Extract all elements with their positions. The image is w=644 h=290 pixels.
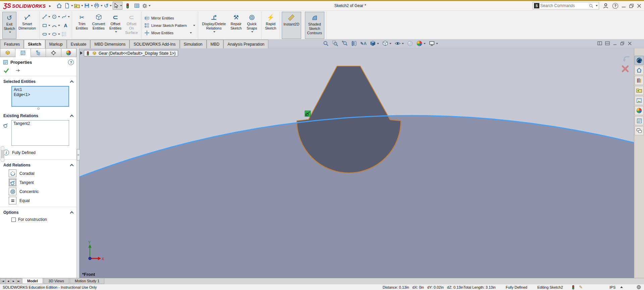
first-tab-nav-button[interactable]: |◀ (0, 278, 5, 284)
options-dropdown-icon[interactable] (149, 5, 151, 6)
restore-button[interactable] (629, 4, 634, 8)
task-scheduler-button[interactable] (132, 2, 141, 10)
search-commands-box[interactable]: S (533, 2, 599, 9)
list-item[interactable]: Arc1 (14, 87, 67, 92)
save-button[interactable] (84, 2, 93, 10)
add-relation-equal[interactable]: Equal (0, 196, 76, 205)
prev-tab-nav-button[interactable]: ◀ (5, 278, 11, 284)
panel-help-icon[interactable]: ? (68, 59, 74, 65)
doc-restore-icon[interactable] (620, 41, 625, 46)
new-document-button[interactable] (64, 2, 73, 10)
last-tab-nav-button[interactable]: ▶| (16, 278, 21, 284)
move-entities-dropdown-icon[interactable] (190, 32, 192, 34)
for-construction-option[interactable]: For construction (0, 216, 76, 223)
threedexperience-button[interactable] (635, 56, 644, 65)
options-section[interactable]: Options (0, 207, 76, 216)
view-orientation-icon[interactable] (370, 40, 379, 47)
ok-check-icon[interactable] (3, 67, 9, 74)
panel-splitter[interactable] (76, 48, 79, 278)
section-view-icon[interactable] (351, 40, 357, 47)
linear-pattern-dropdown-icon[interactable] (193, 25, 195, 26)
collapse-chevron-icon[interactable] (70, 164, 73, 167)
collapse-chevron-icon[interactable] (70, 114, 73, 118)
solidworks-forum-button[interactable] (635, 126, 644, 135)
propertymanager-tab[interactable] (15, 48, 31, 57)
minimize-button[interactable] (622, 4, 626, 8)
existing-relations-listbox[interactable]: Tangent2 (11, 120, 69, 146)
options-gear-button[interactable] (142, 2, 151, 10)
doc-minimize-icon[interactable] (613, 41, 617, 46)
tangent-relation-badge[interactable] (305, 111, 311, 116)
line-dropdown-icon[interactable] (48, 16, 50, 17)
pin-icon[interactable] (15, 67, 21, 74)
close-button[interactable] (637, 4, 641, 8)
featuremanager-tab[interactable] (0, 48, 15, 57)
custom-properties-button[interactable] (635, 116, 644, 125)
slot-dropdown-icon[interactable] (48, 34, 50, 35)
panel-grip-handle[interactable] (1, 146, 4, 162)
configurationmanager-tab[interactable] (31, 48, 46, 57)
units-selector[interactable]: IPS (609, 285, 615, 289)
zoom-to-fit-icon[interactable] (323, 40, 329, 47)
open-button[interactable] (74, 2, 83, 10)
ellipse-tool[interactable] (51, 30, 60, 39)
account-icon[interactable] (602, 2, 609, 9)
home-button[interactable] (55, 2, 63, 10)
view-settings-icon[interactable] (429, 40, 438, 47)
print-button[interactable] (94, 2, 103, 10)
doc-close-icon[interactable] (628, 41, 632, 46)
hide-show-items-icon[interactable] (394, 40, 404, 47)
model-tab[interactable]: Model (22, 278, 43, 284)
select-tool-button[interactable] (113, 2, 122, 10)
add-relation-coradial[interactable]: Coradial (0, 169, 76, 178)
tab-mbd-dimensions[interactable]: MBD Dimensions (90, 40, 129, 48)
exit-sketch-dropdown-icon[interactable] (9, 32, 11, 33)
display-style-dropdown-icon[interactable] (389, 43, 391, 44)
search-input[interactable] (540, 3, 588, 8)
split-pane-top-icon[interactable] (605, 41, 610, 46)
tab-sketch[interactable]: Sketch (24, 40, 45, 48)
slot-tool[interactable] (42, 30, 51, 39)
tab-solidworks-add-ins[interactable]: SOLIDWORKS Add-Ins (129, 40, 179, 48)
open-dropdown-icon[interactable] (81, 5, 83, 6)
mirror-entities-button[interactable]: Mirror Entities (144, 15, 195, 21)
search-icon[interactable] (589, 3, 594, 8)
edit-appearance-icon[interactable] (407, 40, 413, 47)
convert-entities-button[interactable]: Convert Entities (90, 12, 107, 39)
rapid-sketch-button[interactable]: ⚡ Rapid Sketch (263, 12, 278, 39)
graphics-viewport[interactable]: Y X *Front Gear (Default<<Default>_Displ… (79, 48, 634, 278)
print-dropdown-icon[interactable] (101, 5, 103, 6)
move-entities-button[interactable]: Move Entities (144, 30, 195, 36)
exit-sketch-button[interactable]: ↺ Exit Sketch (2, 12, 16, 39)
tab-analysis-preparation[interactable]: Analysis Preparation (223, 40, 268, 48)
rectangle-tool[interactable] (42, 21, 51, 30)
help-icon[interactable]: ? (612, 3, 618, 9)
globe-icon[interactable] (636, 285, 641, 290)
previous-view-icon[interactable] (341, 40, 348, 47)
document-breadcrumb[interactable]: Gear (Default<<Default>_Display State 1>… (84, 50, 178, 56)
add-relation-tangent[interactable]: Tangent (0, 178, 76, 187)
trim-entities-button[interactable]: ✂ Trim Entities (74, 12, 90, 39)
split-pane-left-icon[interactable] (597, 41, 602, 46)
repair-sketch-button[interactable]: ⚒ Repair Sketch (228, 12, 244, 39)
for-construction-checkbox[interactable] (11, 218, 16, 222)
offset-on-surface-button[interactable]: ⊂ Offset On Surface (123, 12, 140, 39)
dimxpertmanager-tab[interactable] (46, 48, 61, 57)
tab-markup[interactable]: Markup (45, 40, 67, 48)
text-tool[interactable]: A (61, 21, 70, 30)
list-item[interactable]: Edge<1> (14, 92, 67, 97)
view-orientation-dropdown-icon[interactable] (377, 43, 379, 44)
solidworks-resources-button[interactable] (635, 66, 644, 75)
spline-tool[interactable] (61, 12, 70, 21)
search-dropdown-icon[interactable] (596, 5, 598, 6)
display-delete-relations-button[interactable]: Display/Delete Relations (200, 12, 228, 39)
add-relations-section[interactable]: Add Relations (0, 160, 76, 168)
offset-dropdown-icon[interactable] (115, 31, 117, 33)
cancel-sketch-icon[interactable] (621, 65, 629, 73)
apply-scene-dropdown-icon[interactable] (424, 43, 426, 44)
display-style-icon[interactable] (382, 40, 391, 47)
new-dropdown-icon[interactable] (71, 5, 73, 6)
add-relation-concentric[interactable]: Concentric (0, 187, 76, 196)
arc-tool[interactable] (51, 21, 60, 30)
appearances-button[interactable] (635, 106, 644, 115)
